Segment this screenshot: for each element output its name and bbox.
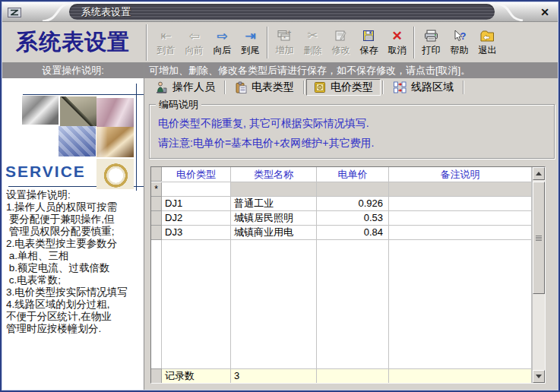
new-row-cell-2[interactable] <box>389 182 532 197</box>
cell-price-type[interactable]: DJ2 <box>162 211 231 226</box>
window-title: 系统表设置 <box>69 5 131 19</box>
footer-selector <box>151 368 162 383</box>
toolbar-button-label: 保存 <box>360 44 378 57</box>
toolbar: ⇤到首⇦向前⇨向后⇥到尾+*增加✂删除修改保存✕取消打印?帮助退出 <box>152 22 501 62</box>
goto-last-button[interactable]: ⇥到尾 <box>236 24 264 61</box>
new-row-cell-1[interactable] <box>317 182 389 197</box>
titlebar[interactable]: 系统表设置 ✕ <box>2 2 558 22</box>
row-selector[interactable] <box>151 197 162 211</box>
new-row-cell-type[interactable] <box>162 182 231 197</box>
scroll-down-button[interactable] <box>533 370 545 383</box>
column-header-1[interactable]: 类型名称 <box>231 167 317 182</box>
tab-label: 电表类型 <box>252 81 294 94</box>
column-header-0[interactable]: 电价类型 <box>162 167 231 182</box>
window-frame: 系统表设置 ✕ 系统表设置 ⇤到首⇦向前⇨向后⇥到尾+*增加✂删除修改保存✕取消… <box>2 2 558 390</box>
toolbar-button-label: 向后 <box>214 44 232 57</box>
edit-note-icon <box>334 28 347 44</box>
sidebar-body: SERVICE 设置操作说明:1.操作人员的权限可按需 要分配便于兼职操作,但 … <box>2 78 144 390</box>
cell-unit-price[interactable]: 0.53 <box>317 211 389 226</box>
tools-photo <box>22 96 59 125</box>
column-header-2[interactable]: 电单价 <box>317 167 389 182</box>
triangle-down-icon <box>536 375 542 381</box>
scrollbar-thumb[interactable] <box>533 182 545 294</box>
next-button[interactable]: ⇨向后 <box>208 24 236 61</box>
cell-note[interactable] <box>389 211 532 226</box>
instruction-line: 1.操作人员的权限可按需 <box>6 201 144 213</box>
cell-price-type[interactable]: DJ1 <box>162 197 231 211</box>
cell-price-type[interactable]: DJ3 <box>162 226 231 240</box>
footer-empty-cell <box>317 368 389 383</box>
price-book-icon <box>314 81 327 93</box>
grid-header-row: 电价类型类型名称电单价备注说明 <box>151 167 532 182</box>
vertical-scrollbar[interactable] <box>532 167 545 383</box>
row-selector-header[interactable] <box>151 167 162 182</box>
table-row[interactable]: DJ2城镇居民照明0.53 <box>151 211 532 226</box>
cell-unit-price[interactable]: 0.84 <box>317 226 389 240</box>
goto-first-button[interactable]: ⇤到首 <box>152 24 180 61</box>
cell-note[interactable] <box>389 226 532 240</box>
filler-selector-column <box>151 240 162 368</box>
exit-button[interactable]: 退出 <box>473 24 501 61</box>
edit-button[interactable]: 修改 <box>327 24 355 61</box>
grid-filler <box>151 240 532 368</box>
goto-last-icon: ⇥ <box>245 28 255 44</box>
add-button[interactable]: +*增加 <box>271 24 299 61</box>
tab-separator <box>224 81 226 94</box>
linked-documents-icon <box>393 81 407 93</box>
paperclips-photo <box>96 98 134 127</box>
thumb-grip-icon <box>536 236 542 241</box>
price-type-table: 电价类型类型名称电单价备注说明*DJ1普通工业0.926DJ2城镇居民照明0.5… <box>150 166 546 384</box>
page-title: 系统表设置 <box>2 27 146 58</box>
tab-label: 电价类型 <box>331 81 373 94</box>
arrow-left-icon: ⇦ <box>188 28 199 44</box>
instruction-line: 管理员权限分配要慎重; <box>6 226 144 238</box>
header-separator <box>146 24 147 61</box>
delete-button[interactable]: ✂删除 <box>299 24 327 61</box>
row-selector[interactable] <box>151 226 162 240</box>
cursor-question-icon: ? <box>452 28 467 44</box>
cancel-button[interactable]: ✕取消 <box>383 24 411 61</box>
instruction-line: a.单相、三相 <box>6 250 144 262</box>
groupbox-legend: 编码说明 <box>156 98 201 112</box>
tab-label: 线路区域 <box>411 81 454 94</box>
encoding-groupbox: 编码说明 电价类型不能重复, 其它可根据实际情况填写.请注意:电单价=基本电价+… <box>149 104 555 159</box>
tab-operators[interactable]: 操作人员 <box>147 79 223 96</box>
main-area: 设置操作说明: SERVICE 设置操作说明:1.操作人员的权限可按需 要分配便… <box>2 63 558 390</box>
tab-price-types[interactable]: 电价类型 <box>306 79 381 96</box>
cell-type-name[interactable]: 城镇商业用电 <box>231 226 317 240</box>
sidebar: 设置操作说明: SERVICE 设置操作说明:1.操作人员的权限可按需 要分配便… <box>2 63 144 390</box>
panel: 编码说明 电价类型不能重复, 其它可根据实际情况填写.请注意:电单价=基本电价+… <box>144 96 558 390</box>
footer-empty-cell <box>389 368 532 383</box>
column-header-3[interactable]: 备注说明 <box>389 167 532 182</box>
grid-new-row[interactable]: * <box>151 182 532 197</box>
instruction-line: 设置操作说明: <box>6 189 144 201</box>
cell-note[interactable] <box>389 197 532 211</box>
cell-type-name[interactable]: 城镇居民照明 <box>231 211 317 226</box>
floppy-disk-icon <box>362 28 375 44</box>
table-row[interactable]: DJ1普通工业0.926 <box>151 197 532 211</box>
prev-button[interactable]: ⇦向前 <box>180 24 208 61</box>
toolbar-button-label: 向前 <box>185 44 204 57</box>
arrow-right-icon: ⇨ <box>217 28 227 44</box>
table-row[interactable]: DJ3城镇商业用电0.84 <box>151 226 532 240</box>
cell-type-name[interactable]: 普通工业 <box>231 197 317 211</box>
scroll-up-button[interactable] <box>533 167 545 180</box>
help-button[interactable]: ?帮助 <box>445 24 473 61</box>
row-selector[interactable] <box>151 211 162 226</box>
scrollbar-track[interactable] <box>533 180 545 370</box>
instruction-line: 4.线路区域的划分过粗, <box>6 299 144 311</box>
close-button[interactable]: ✕ <box>538 5 552 19</box>
save-button[interactable]: 保存 <box>355 24 383 61</box>
tab-line-areas[interactable]: 线路区域 <box>385 79 461 96</box>
print-button[interactable]: 打印 <box>417 24 445 61</box>
new-row-cell-0[interactable] <box>231 182 317 197</box>
red-cross-icon: ✕ <box>391 28 402 44</box>
instruction-line: 不便于分区统计,在物业 <box>6 311 144 323</box>
toolbar-button-label: 到尾 <box>242 44 260 57</box>
tab-meter-types[interactable]: 电表类型 <box>227 79 302 96</box>
toolbar-button-label: 修改 <box>332 44 350 57</box>
cell-unit-price[interactable]: 0.926 <box>317 197 389 211</box>
pocket-watch-photo <box>96 159 134 189</box>
goto-first-icon: ⇤ <box>160 28 171 44</box>
system-menu-icon[interactable] <box>8 7 21 21</box>
